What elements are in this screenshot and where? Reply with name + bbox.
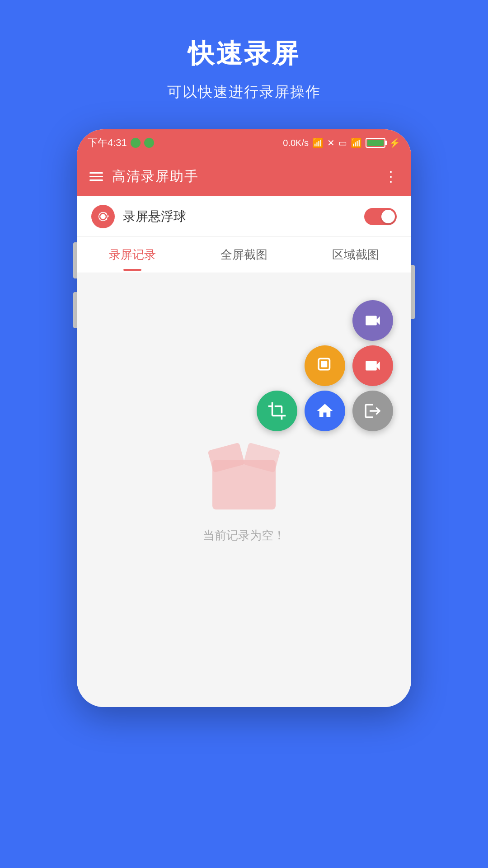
fab-record-video-2[interactable]: [352, 345, 393, 386]
toolbar-left: 高清录屏助手: [89, 167, 199, 186]
svg-rect-3: [321, 361, 327, 368]
floating-ball-toggle[interactable]: [364, 208, 397, 225]
tab-bar: 录屏记录 全屏截图 区域截图: [77, 237, 411, 273]
tab-record[interactable]: 录屏记录: [77, 237, 188, 273]
exit-icon: [363, 401, 382, 420]
status-time: 下午4:31: [88, 136, 127, 150]
bluetooth-icon: 📶: [312, 137, 324, 148]
tab-fullscreen[interactable]: 全屏截图: [188, 237, 300, 273]
status-bar-right: 0.0K/s 📶 ✕ ▭ 📶 ⚡: [283, 137, 400, 148]
toggle-label-group: 录屏悬浮球: [91, 205, 186, 228]
video-camera-icon: [363, 311, 382, 330]
floating-ball-toggle-row: 录屏悬浮球: [77, 196, 411, 237]
page-subtitle: 可以快速进行录屏操作: [167, 82, 321, 102]
battery-indicator: [366, 138, 385, 148]
phone-mockup: 下午4:31 0.0K/s 📶 ✕ ▭ 📶 ⚡: [77, 129, 411, 707]
home-icon: [315, 401, 334, 420]
svg-point-0: [100, 214, 106, 219]
fab-row-2: [257, 345, 393, 386]
box-body: [212, 460, 276, 509]
crop-icon: [267, 401, 286, 420]
volume-down-button: [73, 292, 77, 328]
app-toolbar: 高清录屏助手 ⋮: [77, 156, 411, 196]
power-button: [411, 265, 415, 319]
signal-icon: ✕: [327, 137, 335, 148]
floating-ball-label: 录屏悬浮球: [123, 208, 186, 225]
fab-row-1: [257, 300, 393, 341]
volume-up-button: [73, 242, 77, 278]
fab-row-3: [257, 391, 393, 431]
phone-frame: 下午4:31 0.0K/s 📶 ✕ ▭ 📶 ⚡: [77, 129, 411, 707]
app-title: 高清录屏助手: [112, 167, 199, 186]
video-camera-icon-2: [363, 356, 382, 375]
screenshot-icon: [315, 356, 334, 375]
record-icon: [97, 210, 109, 223]
fab-record-video[interactable]: [352, 300, 393, 341]
notification-dot-1: [131, 138, 141, 148]
empty-state-text: 当前记录为空！: [203, 528, 285, 543]
tab-region[interactable]: 区域截图: [300, 237, 411, 273]
tab-active-indicator: [123, 269, 141, 271]
fab-fullscreen-screenshot[interactable]: [305, 345, 345, 386]
status-bar: 下午4:31 0.0K/s 📶 ✕ ▭ 📶 ⚡: [77, 129, 411, 156]
charging-icon: ⚡: [389, 137, 400, 148]
notification-dot-2: [144, 138, 154, 148]
menu-button[interactable]: [89, 172, 103, 181]
network-speed: 0.0K/s: [283, 138, 309, 148]
fab-container: [257, 300, 393, 436]
page-title: 快速录屏: [188, 36, 300, 71]
content-area: 当前记录为空！: [77, 273, 411, 707]
empty-state-icon: [199, 437, 289, 509]
battery-fill: [367, 140, 384, 146]
status-bar-left: 下午4:31: [88, 136, 154, 150]
sim-icon: ▭: [338, 137, 347, 148]
record-icon-circle: [91, 205, 115, 228]
fab-home[interactable]: [305, 391, 345, 431]
more-options-button[interactable]: ⋮: [384, 168, 399, 185]
fab-region-crop[interactable]: [257, 391, 297, 431]
wifi-icon: 📶: [351, 137, 362, 148]
fab-exit[interactable]: [352, 391, 393, 431]
